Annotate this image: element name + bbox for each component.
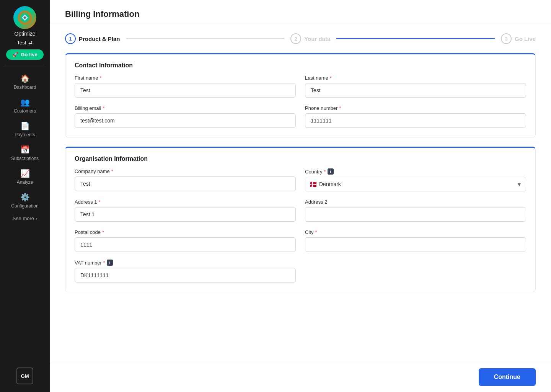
step-3-circle: 3 — [501, 33, 512, 44]
address2-label: Address 2 — [305, 199, 526, 205]
address2-group: Address 2 — [305, 199, 526, 222]
arrows-icon: ⇄ — [28, 40, 33, 46]
sidebar-item-subscriptions[interactable]: 📅 Subscriptions — [0, 141, 50, 165]
main-content: Billing Information 1 Product & Plan 2 Y… — [50, 0, 551, 392]
postal-label: Postal code * — [75, 229, 296, 235]
address1-group: Address 1 * — [75, 199, 296, 222]
last-name-input[interactable] — [305, 83, 526, 98]
last-name-group: Last name * — [305, 75, 526, 98]
phone-required: * — [339, 105, 341, 111]
step-1-label: Product & Plan — [79, 36, 120, 42]
address1-label: Address 1 * — [75, 199, 296, 205]
sidebar-nav: 🏠 Dashboard 👥 Customers 📄 Payments 📅 Sub… — [0, 70, 50, 221]
org-section: Organisation Information Company name * … — [65, 147, 536, 292]
first-name-required: * — [99, 75, 101, 81]
city-required: * — [315, 229, 317, 235]
phone-input[interactable] — [305, 113, 526, 128]
city-group: City * — [305, 229, 526, 252]
postal-input[interactable] — [75, 237, 296, 252]
footer-bar: Continue — [50, 362, 551, 392]
sidebar-divider — [5, 66, 45, 66]
company-name-label: Company name * — [75, 168, 296, 174]
form-area: Contact Information First name * Last na… — [50, 44, 551, 330]
step-2-circle: 2 — [290, 33, 301, 44]
billing-email-group: Billing email * — [75, 105, 296, 128]
customers-icon: 👥 — [20, 98, 30, 107]
country-required: * — [324, 169, 326, 175]
postal-required: * — [102, 229, 104, 235]
contact-form-grid: First name * Last name * Billing email — [65, 75, 535, 137]
vat-label: VAT number * i — [75, 260, 296, 266]
address2-input[interactable] — [305, 207, 526, 222]
last-name-required: * — [330, 75, 332, 81]
step-1: 1 Product & Plan — [65, 33, 120, 44]
first-name-label: First name * — [75, 75, 296, 81]
address1-required: * — [99, 199, 101, 205]
golive-icon: 🚀 — [12, 52, 18, 57]
company-name-required: * — [111, 168, 113, 174]
page-title: Billing Information — [65, 9, 536, 19]
billing-email-input[interactable] — [75, 113, 296, 128]
sidebar-item-payments[interactable]: 📄 Payments — [0, 118, 50, 141]
phone-label: Phone number * — [305, 105, 526, 111]
chevron-right-icon: › — [36, 216, 37, 221]
step-2: 2 Your data — [290, 33, 330, 44]
contact-section-title: Contact Information — [65, 54, 535, 75]
continue-button[interactable]: Continue — [479, 368, 536, 386]
postal-group: Postal code * — [75, 229, 296, 252]
home-icon: 🏠 — [20, 74, 30, 83]
sidebar-item-analyze[interactable]: 📈 Analyze — [0, 165, 50, 189]
first-name-group: First name * — [75, 75, 296, 98]
country-select[interactable]: Denmark Germany France United Kingdom — [305, 177, 526, 191]
billing-email-required: * — [103, 105, 104, 111]
step-1-circle: 1 — [65, 33, 76, 44]
configuration-icon: ⚙️ — [20, 193, 30, 202]
org-section-title: Organisation Information — [65, 148, 535, 168]
sidebar-item-customers[interactable]: 👥 Customers — [0, 94, 50, 118]
vat-input[interactable] — [75, 268, 296, 283]
sidebar: Optimize Test ⇄ 🚀 Go live 🏠 Dashboard 👥 … — [0, 0, 50, 392]
stepper: 1 Product & Plan 2 Your data 3 Go Live — [50, 24, 551, 44]
app-name: Optimize — [14, 31, 35, 37]
sidebar-item-configuration[interactable]: ⚙️ Configuration — [0, 189, 50, 212]
step-line-2 — [336, 38, 495, 39]
phone-group: Phone number * — [305, 105, 526, 128]
city-input[interactable] — [305, 237, 526, 252]
vat-group: VAT number * i — [75, 260, 296, 283]
step-3-label: Go Live — [515, 36, 536, 42]
first-name-input[interactable] — [75, 83, 296, 98]
vat-required: * — [103, 260, 105, 266]
address1-input[interactable] — [75, 207, 296, 222]
company-name-group: Company name * — [75, 168, 296, 191]
app-logo[interactable] — [13, 6, 36, 29]
analyze-icon: 📈 — [20, 169, 30, 178]
vat-info-icon[interactable]: i — [107, 260, 113, 266]
payments-icon: 📄 — [20, 121, 30, 131]
sidebar-item-dashboard[interactable]: 🏠 Dashboard — [0, 70, 50, 94]
last-name-label: Last name * — [305, 75, 526, 81]
company-name-input[interactable] — [75, 176, 296, 191]
country-select-wrapper: 🇩🇰 Denmark Germany France United Kingdom — [305, 177, 526, 191]
see-more-button[interactable]: See more › — [13, 216, 37, 221]
country-label: Country * i — [305, 168, 526, 175]
country-info-icon[interactable]: i — [328, 168, 334, 175]
contact-section: Contact Information First name * Last na… — [65, 53, 536, 137]
step-line-1 — [126, 38, 285, 39]
page-header: Billing Information — [50, 0, 551, 24]
city-label: City * — [305, 229, 526, 235]
avatar[interactable]: GM — [16, 368, 33, 384]
org-form-grid: Company name * Country * i 🇩🇰 Denmark — [65, 168, 535, 292]
test-button[interactable]: Test ⇄ — [17, 40, 33, 46]
step-2-label: Your data — [304, 36, 330, 42]
country-group: Country * i 🇩🇰 Denmark Germany France Un… — [305, 168, 526, 191]
go-live-button[interactable]: 🚀 Go live — [6, 49, 43, 60]
subscriptions-icon: 📅 — [20, 145, 30, 154]
billing-email-label: Billing email * — [75, 105, 296, 111]
step-3: 3 Go Live — [501, 33, 536, 44]
